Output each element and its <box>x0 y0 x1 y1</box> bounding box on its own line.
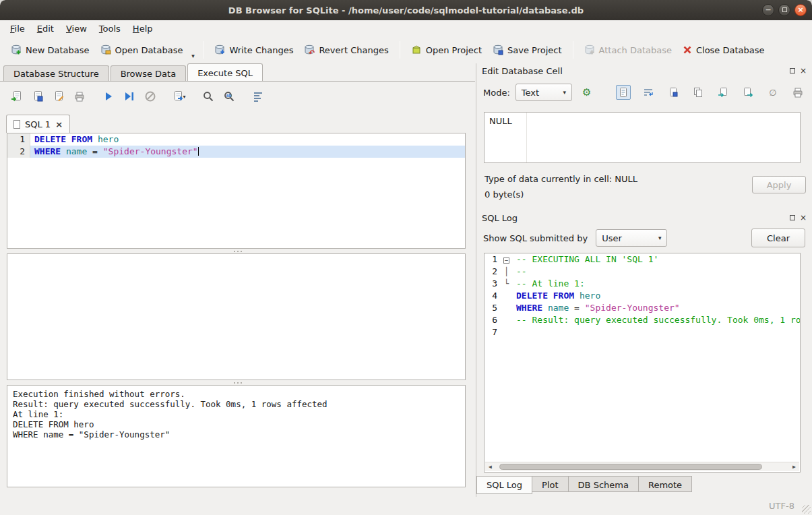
sql-tab-close-icon[interactable]: × <box>55 120 63 129</box>
scroll-track[interactable] <box>495 462 789 471</box>
code-line[interactable]: 7 <box>485 326 800 338</box>
save-results-button[interactable]: ▾ <box>170 88 188 105</box>
tree-line <box>501 314 512 326</box>
mode-label: Mode: <box>483 88 510 98</box>
code-text: -- <box>512 266 800 278</box>
write-changes-label: Write Changes <box>229 45 293 55</box>
save-sql-as-button[interactable] <box>50 88 67 105</box>
find-button[interactable] <box>199 88 217 105</box>
tab-execute-sql[interactable]: Execute SQL <box>187 63 263 82</box>
revert-changes-button[interactable]: ↶ Revert Changes <box>299 41 394 59</box>
find-replace-button[interactable]: ab <box>220 88 238 105</box>
export-text-icon[interactable] <box>741 85 755 100</box>
code-line[interactable]: 1−-- EXECUTING ALL IN 'SQL 1' <box>485 253 800 266</box>
open-sql-file-icon <box>11 90 23 102</box>
tab-database-structure[interactable]: Database Structure <box>3 65 109 82</box>
close-database-icon <box>683 45 692 55</box>
tab-sql-log[interactable]: SQL Log <box>476 476 532 494</box>
code-line[interactable]: 3└-- At line 1: <box>485 278 800 290</box>
edit-cell-title: Edit Database Cell <box>482 66 563 76</box>
code-text <box>512 326 800 338</box>
close-log-panel-icon[interactable]: × <box>800 214 807 222</box>
resize-grip[interactable] <box>802 505 811 514</box>
code-line[interactable]: 2│-- <box>485 266 800 278</box>
new-database-button[interactable]: New Database <box>5 41 95 59</box>
fold-toggle-icon[interactable]: − <box>501 253 512 266</box>
tab-remote[interactable]: Remote <box>639 476 692 492</box>
sql-editor-toolbar: ▾ ab <box>8 88 267 105</box>
import-text-icon[interactable] <box>716 85 730 100</box>
new-database-icon <box>11 44 22 55</box>
code-line[interactable]: 4DELETE FROM hero <box>485 290 800 302</box>
code-text: -- EXECUTING ALL IN 'SQL 1' <box>512 253 800 266</box>
results-messages-splitter[interactable] <box>0 381 475 384</box>
save-project-button[interactable]: Save Project <box>487 41 567 59</box>
results-grid[interactable] <box>7 253 466 380</box>
copy-text-icon[interactable] <box>691 85 706 100</box>
open-project-button[interactable]: Open Project <box>406 41 487 59</box>
mode-select[interactable]: Text ▾ <box>516 84 572 101</box>
write-changes-button[interactable]: Write Changes <box>209 41 299 59</box>
set-null-icon[interactable]: ∅ <box>766 85 780 100</box>
save-text-icon[interactable] <box>666 85 681 100</box>
close-cell-panel-icon[interactable]: × <box>800 67 807 75</box>
svg-text:ab: ab <box>226 93 232 98</box>
execute-current-line-button[interactable] <box>121 88 138 105</box>
scroll-right-icon[interactable]: ▶ <box>789 464 799 470</box>
scroll-left-icon[interactable]: ◀ <box>485 464 495 470</box>
code-line[interactable]: 6-- Result: query executed successfully.… <box>485 314 800 326</box>
scroll-thumb[interactable] <box>499 464 762 470</box>
code-text: -- Result: query executed successfully. … <box>512 314 800 326</box>
maximize-button[interactable] <box>778 4 790 16</box>
text-mode-icon[interactable] <box>616 85 631 100</box>
editor-results-splitter[interactable] <box>0 249 475 253</box>
cell-mode-row: Mode: Text ▾ ⚙ ∅ <box>476 82 812 102</box>
line-number: 5 <box>485 302 501 314</box>
open-database-dropdown[interactable]: ▾ <box>188 36 197 63</box>
close-database-button[interactable]: Close Database <box>677 42 770 59</box>
code-line[interactable]: 5WHERE name = "Spider-Youngster" <box>485 302 800 314</box>
open-sql-file-button[interactable] <box>8 88 26 105</box>
find-replace-icon: ab <box>223 90 235 102</box>
print-sql-button[interactable] <box>71 88 88 105</box>
sql-tab[interactable]: SQL 1 × <box>6 115 70 133</box>
auto-format-button[interactable] <box>249 88 267 105</box>
log-horizontal-scrollbar[interactable]: ◀ ▶ <box>485 462 799 471</box>
menu-file[interactable]: File <box>4 22 31 36</box>
revert-changes-label: Revert Changes <box>319 45 388 55</box>
code-line[interactable]: 1DELETE FROM hero <box>7 133 465 146</box>
undock-cell-panel-icon[interactable] <box>790 68 795 73</box>
maximize-icon <box>782 7 787 12</box>
line-number: 6 <box>485 314 501 326</box>
sql-log-view[interactable]: 1−-- EXECUTING ALL IN 'SQL 1'2│--3└-- At… <box>484 253 801 473</box>
tab-browse-data[interactable]: Browse Data <box>111 65 187 82</box>
close-button[interactable]: × <box>794 4 807 16</box>
line-number: 2 <box>7 146 30 158</box>
undock-log-panel-icon[interactable] <box>790 215 795 220</box>
mode-settings-button[interactable]: ⚙ <box>577 84 596 101</box>
menu-tools[interactable]: Tools <box>93 22 127 36</box>
menu-view[interactable]: View <box>60 22 93 36</box>
main-toolbar: New Database Open Database ▾ Write Chang… <box>0 36 812 63</box>
sql-editor[interactable]: 1DELETE FROM hero2WHERE name = "Spider-Y… <box>7 133 466 249</box>
minimize-button[interactable]: − <box>762 4 774 16</box>
menu-help[interactable]: Help <box>127 22 159 36</box>
tab-plot[interactable]: Plot <box>532 476 569 492</box>
save-sql-file-button[interactable] <box>29 88 46 105</box>
code-text: DELETE FROM hero <box>512 290 800 302</box>
print-cell-icon[interactable] <box>790 85 805 100</box>
open-database-button[interactable]: Open Database <box>95 41 189 59</box>
tab-db-schema[interactable]: DB Schema <box>569 476 639 492</box>
titlebar[interactable]: DB Browser for SQLite - /home/user/code/… <box>0 0 812 20</box>
mode-value: Text <box>522 88 558 98</box>
cell-content: NULL <box>489 116 512 126</box>
encoding-indicator[interactable]: UTF-8 <box>769 501 794 511</box>
code-line[interactable]: 2WHERE name = "Spider-Youngster" <box>7 146 465 158</box>
execute-all-button[interactable] <box>100 88 117 105</box>
menu-edit[interactable]: Edit <box>31 22 60 36</box>
cell-editor-textarea[interactable]: NULL <box>484 112 801 163</box>
save-sql-file-icon <box>32 90 44 102</box>
clear-log-button[interactable]: Clear <box>751 229 805 247</box>
word-wrap-icon[interactable] <box>641 85 656 100</box>
submitted-by-select[interactable]: User ▾ <box>596 229 667 247</box>
